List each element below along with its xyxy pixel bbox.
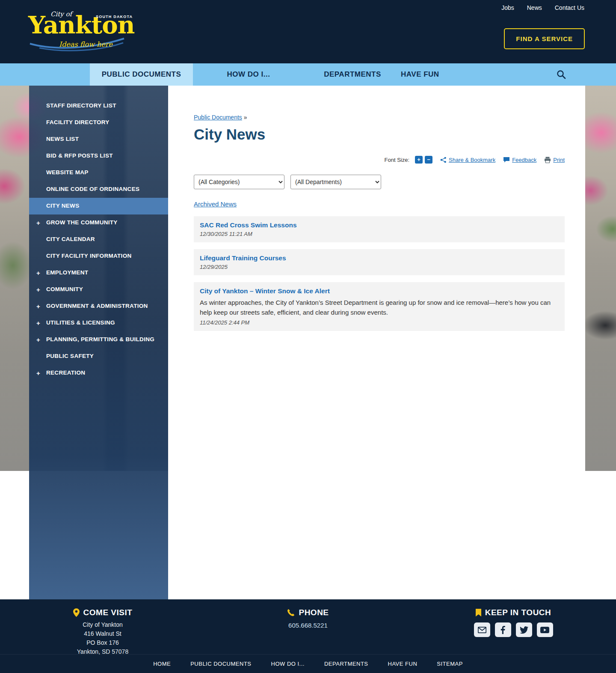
site-header: City of Yankton SOUTH DAKOTA Ideas flow … [0,0,616,63]
footer-nav-link[interactable]: DEPARTMENTS [324,661,368,667]
breadcrumb: Public Documents » [194,114,565,121]
sidebar-item[interactable]: + EMPLOYMENT [29,265,168,281]
sidebar-item[interactable]: CITY CALENDAR [29,231,168,248]
page-title: City News [194,126,565,143]
categories-filter-select[interactable]: (All Categories) [194,175,284,189]
expand-plus-icon[interactable]: + [29,269,46,277]
sidebar-item[interactable]: NEWS LIST [29,131,168,148]
expand-plus-icon[interactable]: + [29,219,46,226]
sidebar-item-label: RECREATION [46,365,168,381]
footer-keep-in-touch: KEEP IN TOUCH [411,608,616,637]
print-link[interactable]: Print [553,157,565,163]
expand-plus-icon[interactable]: + [29,319,46,327]
main-nav-item[interactable]: DEPARTMENTS [304,63,401,86]
location-pin-icon [73,608,80,617]
sidebar-item[interactable]: STAFF DIRECTORY LIST [29,98,168,114]
breadcrumb-link[interactable]: Public Documents [194,114,242,121]
footer-nav-link[interactable]: HAVE FUN [388,661,418,667]
sidebar-item-label: NEWS LIST [46,131,168,147]
footer-nav-link[interactable]: SITEMAP [437,661,463,667]
sidebar-item-label: CITY FACILITY INFORMATION [46,248,168,264]
print-icon [544,157,551,163]
sidebar-item[interactable]: + PLANNING, PERMITTING & BUILDING [29,331,168,348]
expand-plus-icon[interactable]: + [29,336,46,343]
search-button[interactable] [552,63,571,86]
footer-nav-link[interactable]: PUBLIC DOCUMENTS [190,661,251,667]
expand-plus-icon[interactable]: + [29,303,46,310]
sidebar-item-label: COMMUNITY [46,282,168,297]
twitter-icon [520,626,528,634]
main-nav-item[interactable]: PUBLIC DOCUMENTS [90,63,193,86]
news-item: Lifeguard Training Courses 12/29/2025 [194,249,565,275]
header-utility-link[interactable]: Jobs [501,4,514,11]
footer-nav-link[interactable]: HOME [153,661,171,667]
expand-plus-icon[interactable]: + [29,369,46,377]
footer-main: COME VISIT City of Yankton416 Walnut StP… [0,599,616,654]
feedback-link[interactable]: Feedback [512,157,536,163]
main-panel: Public Documents » City News Font Size: … [168,86,585,599]
sidebar-item[interactable]: FACILITY DIRECTORY [29,114,168,131]
page: City of Yankton SOUTH DAKOTA Ideas flow … [0,0,616,673]
departments-filter-select[interactable]: (All Departments) [290,175,381,189]
address-line: City of Yankton [0,620,205,629]
header-utility-link[interactable]: News [527,4,542,11]
youtube-icon [540,627,549,633]
footer-nav-link[interactable]: HOW DO I... [271,661,305,667]
sidebar-item-label: STAFF DIRECTORY LIST [46,98,168,113]
youtube-button[interactable] [537,622,553,637]
sidebar-item[interactable]: WEBSITE MAP [29,164,168,181]
font-size-decrease-button[interactable]: − [425,156,432,164]
phone-number-link[interactable]: 605.668.5221 [288,622,328,629]
sidebar-item[interactable]: + GROW THE COMMUNITY [29,214,168,231]
sidebar-item-label: PLANNING, PERMITTING & BUILDING [46,332,168,347]
sidebar-item[interactable]: PUBLIC SAFETY [29,348,168,365]
sidebar-item-label: FACILITY DIRECTORY [46,115,168,130]
main-nav-item[interactable]: HAVE FUN [401,63,439,86]
sidebar-item-label: CITY CALENDAR [46,232,168,247]
email-button[interactable] [474,622,490,637]
header-utility-links: JobsNewsContact Us [501,4,584,11]
main-nav-items: PUBLIC DOCUMENTSHOW DO I...DEPARTMENTSHA… [90,63,439,86]
news-date: 12/29/2025 [200,264,559,270]
news-description: As winter approaches, the City of Yankto… [200,298,555,317]
sidebar-item[interactable]: + UTILITIES & LICENSING [29,315,168,331]
find-a-service-button[interactable]: FIND A SERVICE [504,28,585,49]
main-nav-item[interactable]: HOW DO I... [193,63,304,86]
share-bookmark-link[interactable]: Share & Bookmark [449,157,495,163]
header-utility-link[interactable]: Contact Us [555,4,584,11]
feedback-group: Feedback [503,157,536,163]
sidebar-item[interactable]: + RECREATION [29,365,168,381]
address-line: PO Box 176 [0,638,205,647]
twitter-button[interactable] [516,622,532,637]
sidebar-item[interactable]: ONLINE CODE OF ORDINANCES [29,181,168,198]
expand-plus-icon[interactable]: + [29,286,46,293]
font-size-increase-button[interactable]: + [415,156,423,164]
logo-state: SOUTH DAKOTA [96,15,133,19]
share-bookmark-group: Share & Bookmark [440,157,495,163]
news-title-link[interactable]: Lifeguard Training Courses [200,254,286,262]
news-date: 12/30/2025 11:21 AM [200,231,559,237]
bookmark-icon [476,609,481,616]
news-title-link[interactable]: City of Yankton – Winter Snow & Ice Aler… [200,287,330,295]
sidebar-item[interactable]: + COMMUNITY [29,281,168,298]
sidebar-item-label: PUBLIC SAFETY [46,348,168,364]
city-of-yankton-logo[interactable]: City of Yankton SOUTH DAKOTA Ideas flow … [28,7,135,57]
news-title-link[interactable]: SAC Red Cross Swim Lessons [200,221,297,229]
share-icon [440,157,447,163]
sidebar-item-label: GOVERNMENT & ADMINISTRATION [46,298,168,314]
address-lines: City of Yankton416 Walnut StPO Box 176Ya… [0,620,205,656]
facebook-button[interactable] [495,622,511,637]
sidebar-item[interactable]: CITY FACILITY INFORMATION [29,248,168,265]
breadcrumb-separator: » [244,114,247,121]
sidebar-item[interactable]: BID & RFP POSTS LIST [29,148,168,164]
phone-icon [287,609,295,616]
font-size-label: Font Size: [385,157,410,163]
come-visit-heading: COME VISIT [83,608,133,617]
news-date: 11/24/2025 2:44 PM [200,319,559,326]
footer-phone: PHONE 605.668.5221 [205,608,411,629]
sidebar: STAFF DIRECTORY LIST FACILITY DIRECTORY … [29,86,168,599]
sidebar-item[interactable]: + GOVERNMENT & ADMINISTRATION [29,298,168,315]
archived-news-link[interactable]: Archived News [194,200,237,208]
sidebar-item[interactable]: CITY NEWS [29,198,168,214]
address-line: Yankton, SD 57078 [0,647,205,656]
